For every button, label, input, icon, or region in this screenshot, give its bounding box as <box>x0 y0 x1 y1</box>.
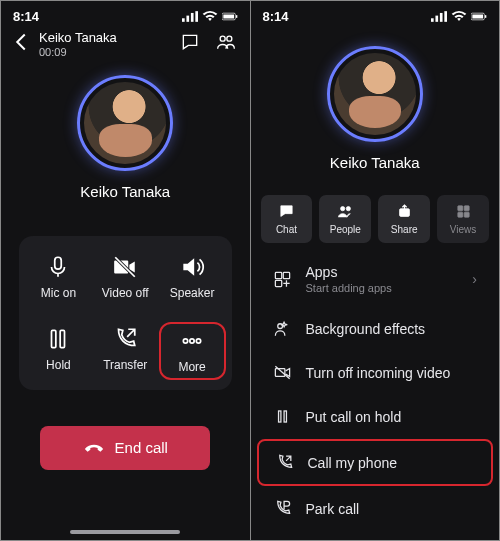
mic-icon <box>45 254 71 280</box>
svg-rect-20 <box>444 11 447 22</box>
caller-avatar-block: Keiko Tanaka <box>1 75 250 200</box>
menu-call-my-phone[interactable]: Call my phone <box>257 439 494 486</box>
back-button[interactable] <box>11 32 31 56</box>
tile-views-label: Views <box>450 224 477 235</box>
status-time: 8:14 <box>13 9 39 24</box>
battery-icon <box>222 11 238 22</box>
apps-icon <box>273 270 292 289</box>
tile-views[interactable]: Views <box>437 195 489 243</box>
speaker-icon <box>179 254 205 280</box>
svg-rect-12 <box>52 330 56 347</box>
svg-rect-9 <box>55 257 62 269</box>
svg-rect-13 <box>61 330 65 347</box>
svg-rect-22 <box>472 15 483 19</box>
hold-button[interactable]: Hold <box>25 322 92 380</box>
tile-people-label: People <box>330 224 361 235</box>
wifi-icon <box>202 11 218 22</box>
tile-share[interactable]: Share <box>378 195 430 243</box>
video-off-icon <box>112 254 138 280</box>
transfer-button[interactable]: Transfer <box>92 322 159 380</box>
speaker-button[interactable]: Speaker <box>159 250 226 304</box>
more-button[interactable]: More <box>159 322 226 380</box>
share-icon <box>396 203 413 220</box>
svg-point-7 <box>220 37 225 42</box>
people-icon <box>337 203 354 220</box>
svg-point-15 <box>190 339 194 343</box>
tile-share-label: Share <box>391 224 418 235</box>
svg-rect-30 <box>464 212 469 217</box>
svg-rect-0 <box>182 18 185 22</box>
call-screen-controls: 8:14 Keiko Tanaka 00:09 Keiko Tanaka <box>1 1 250 540</box>
menu-apps-sub: Start adding apps <box>306 282 392 294</box>
status-bar: 8:14 <box>1 1 250 26</box>
avatar-ring <box>77 75 173 171</box>
menu-apps-label: Apps <box>306 264 338 280</box>
end-call-label: End call <box>115 439 168 456</box>
transfer-icon <box>112 326 138 352</box>
hold-label: Hold <box>46 358 71 372</box>
call-title: Keiko Tanaka 00:09 <box>39 30 168 59</box>
menu-put-on-hold[interactable]: Put call on hold <box>257 395 494 438</box>
svg-rect-33 <box>275 280 281 286</box>
svg-rect-23 <box>485 15 486 18</box>
svg-rect-6 <box>236 15 237 18</box>
svg-rect-31 <box>275 272 281 278</box>
menu-hold-label: Put call on hold <box>306 409 402 425</box>
more-label: More <box>178 360 205 374</box>
svg-rect-1 <box>186 16 189 22</box>
hold-icon <box>273 407 292 426</box>
svg-rect-19 <box>440 13 443 22</box>
action-tile-row: Chat People Share Views <box>251 195 500 243</box>
mic-label: Mic on <box>41 286 76 300</box>
chat-button[interactable] <box>176 32 204 56</box>
svg-rect-17 <box>431 18 434 22</box>
svg-rect-5 <box>223 15 234 19</box>
more-menu-list: Apps Start adding apps › Background effe… <box>251 251 500 540</box>
transfer-label: Transfer <box>103 358 147 372</box>
svg-rect-3 <box>195 11 198 22</box>
chat-icon <box>278 203 295 220</box>
call-my-phone-icon <box>275 453 294 472</box>
tile-chat[interactable]: Chat <box>261 195 313 243</box>
home-indicator[interactable] <box>70 530 180 534</box>
caller-avatar-block: Keiko Tanaka <box>251 46 500 171</box>
svg-rect-32 <box>283 272 289 278</box>
menu-background-effects[interactable]: Background effects <box>257 307 494 350</box>
call-controls-panel: Mic on Video off Speaker Hold Transfer <box>19 236 232 390</box>
signal-icon <box>431 11 447 22</box>
video-button[interactable]: Video off <box>92 250 159 304</box>
svg-point-16 <box>196 339 200 343</box>
hangup-icon <box>83 437 105 459</box>
menu-apps[interactable]: Apps Start adding apps › <box>257 252 494 306</box>
menu-park-call[interactable]: Park call <box>257 487 494 530</box>
mic-button[interactable]: Mic on <box>25 250 92 304</box>
call-screen-more-menu: 8:14 Keiko Tanaka Chat People Share <box>250 1 500 540</box>
svg-rect-38 <box>284 411 286 422</box>
people-button[interactable] <box>212 32 240 56</box>
avatar-image <box>334 53 416 135</box>
status-indicators <box>182 11 238 22</box>
call-duration: 00:09 <box>39 46 168 59</box>
menu-callmyphone-label: Call my phone <box>308 455 398 471</box>
menu-turn-off-incoming-video[interactable]: Turn off incoming video <box>257 351 494 394</box>
svg-rect-29 <box>457 212 462 217</box>
svg-rect-18 <box>435 16 438 22</box>
status-time: 8:14 <box>263 9 289 24</box>
tile-people[interactable]: People <box>319 195 371 243</box>
background-effects-icon <box>273 319 292 338</box>
svg-rect-27 <box>457 206 462 211</box>
signal-icon <box>182 11 198 22</box>
battery-icon <box>471 11 487 22</box>
park-call-icon <box>273 499 292 518</box>
menu-transfer[interactable]: Transfer <box>257 531 494 540</box>
caller-display-name: Keiko Tanaka <box>330 154 420 171</box>
status-bar: 8:14 <box>251 1 500 26</box>
menu-park-label: Park call <box>306 501 360 517</box>
video-off-icon <box>273 363 292 382</box>
views-icon <box>455 203 472 220</box>
svg-rect-28 <box>464 206 469 211</box>
svg-point-24 <box>340 207 344 211</box>
end-call-button[interactable]: End call <box>40 426 210 470</box>
chevron-right-icon: › <box>472 271 477 287</box>
svg-rect-2 <box>190 13 193 22</box>
